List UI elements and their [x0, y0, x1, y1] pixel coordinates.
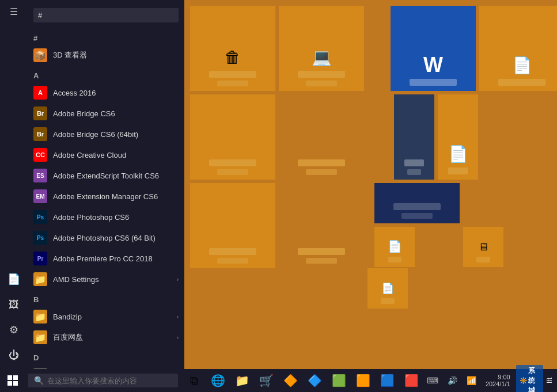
taskbar-explorer[interactable]: 📁: [231, 369, 254, 392]
app-name-access: Access 2016: [53, 89, 179, 97]
taskbar: 🔍 ⧉ 🌐 📁 🛒 🔶 🔷 🟩 🟧 🟦 🟥: [0, 369, 557, 392]
section-a: A: [28, 69, 184, 82]
tile-r3-folder2-bar: [388, 257, 401, 262]
tile-pc-icon: 💻: [312, 48, 332, 67]
app-icon-bandizip: 📁: [33, 310, 47, 324]
app-icon-amd: 📁: [33, 272, 47, 286]
app-item-bandizip[interactable]: 📁 Bandizip ›: [28, 306, 184, 327]
app-item-photoshop64[interactable]: Ps Adobe Photoshop CS6 (64 Bit): [28, 227, 184, 248]
chevron-baidu: ›: [177, 334, 179, 341]
tile-r3-dark-bar2: [401, 213, 433, 219]
taskbar-app2[interactable]: 🔷: [304, 369, 327, 392]
section-b: B: [28, 293, 184, 306]
taskbar-clock[interactable]: 9:00 2024/1/1: [482, 374, 514, 387]
tile-r3-dark[interactable]: [374, 183, 460, 223]
taskbar-app6[interactable]: 🟥: [400, 369, 423, 392]
tile-r2-4-icon: 📄: [448, 144, 468, 163]
taskbar-volume[interactable]: 🔊: [444, 374, 461, 387]
app-name-photoshop64: Adobe Photoshop CS6 (64 Bit): [53, 234, 179, 242]
taskbar-app4[interactable]: 🟧: [352, 369, 375, 392]
tile-r3-2-bar1: [298, 248, 345, 255]
tile-r2-1-bar2: [217, 169, 248, 175]
app-item-creative-cloud[interactable]: CC Adobe Creative Cloud: [28, 144, 184, 165]
tile-r4-folder[interactable]: 📄: [367, 268, 408, 309]
taskbar-start-button[interactable]: [0, 369, 26, 392]
watermark-icon: ❋: [520, 375, 527, 386]
tile-r3-1[interactable]: [190, 183, 275, 268]
tile-r2-3[interactable]: [394, 94, 434, 180]
tile-pc[interactable]: 💻: [279, 6, 364, 91]
taskbar-app5[interactable]: 🟦: [376, 369, 399, 392]
app-item-extension-manager[interactable]: EM Adobe Extension Manager CS6: [28, 186, 184, 207]
explorer-icon: 📁: [235, 374, 249, 387]
sidebar-icon-document[interactable]: 📄: [2, 268, 25, 291]
tile-r2-4[interactable]: 📄: [438, 94, 478, 180]
tile-folder1-bar1: [498, 79, 545, 86]
tile-r2-1-bar1: [209, 159, 256, 166]
tile-r3-group: 📄: [374, 183, 460, 267]
app-list: # 📦 3D 查看器 A A Access 2016 Br Adobe Brid…: [28, 0, 184, 369]
watermark-text: 系统城: [528, 366, 540, 393]
app-name-baidu: 百度网盘: [53, 332, 177, 342]
taskbar-store[interactable]: 🛒: [255, 369, 278, 392]
sidebar-icon-power[interactable]: ⏻: [2, 344, 25, 367]
tile-wps[interactable]: W: [391, 6, 476, 91]
app-item-amd[interactable]: 📁 AMD Settings ›: [28, 269, 184, 290]
app-item-baidu[interactable]: 📁 百度网盘 ›: [28, 327, 184, 348]
app-item-maps[interactable]: 🗺 地图: [28, 364, 184, 369]
section-hash: #: [28, 32, 184, 45]
tile-r3-2-bar2: [306, 258, 337, 264]
taskbar-time: 9:00: [486, 374, 510, 380]
tile-r3-1-bar2: [217, 258, 248, 264]
hamburger-button[interactable]: ☰: [0, 0, 28, 23]
tile-r3-folder2[interactable]: 📄: [374, 227, 415, 267]
app-item-bridge-cs6[interactable]: Br Adobe Bridge CS6: [28, 103, 184, 124]
sidebar-icon-photos[interactable]: 🖼: [2, 293, 25, 316]
tiles-area: 🗑 💻 W 📄: [184, 0, 557, 369]
tiles-row-1: 🗑 💻 W 📄: [190, 6, 551, 91]
app-icon-extension-manager: EM: [33, 189, 47, 203]
tile-r2-4-bar1: [448, 168, 468, 174]
app-icon-extendscript: ES: [33, 169, 47, 182]
sidebar: 👤 📄 🖼 ⚙ ⏻: [0, 0, 28, 369]
windows-logo-icon: [7, 375, 18, 386]
app-icon-photoshop64: Ps: [33, 231, 47, 245]
taskbar-right-area: ⌨ 🔊 📶 9:00 2024/1/1 ❋ 系统城 Ift: [423, 365, 557, 393]
app-icon-photoshop: Ps: [33, 210, 47, 224]
tile-recycle[interactable]: 🗑: [190, 6, 275, 91]
app-item-bridge-cs6-64[interactable]: Br Adobe Bridge CS6 (64bit): [28, 124, 184, 144]
app-icon-baidu: 📁: [33, 330, 47, 344]
app-item-photoshop[interactable]: Ps Adobe Photoshop CS6: [28, 207, 184, 227]
app-icon-bridge64: Br: [33, 127, 47, 141]
tile-r4-bar: [381, 298, 394, 304]
app-list-search-input[interactable]: [33, 8, 179, 22]
sidebar-icon-settings[interactable]: ⚙: [2, 318, 25, 341]
tile-folder1[interactable]: 📄: [479, 6, 557, 91]
taskbar-keyboard[interactable]: ⌨: [423, 374, 442, 387]
taskbar-network[interactable]: 📶: [463, 374, 480, 387]
hamburger-icon: ☰: [10, 6, 18, 17]
app6-icon: 🟥: [404, 374, 419, 387]
tile-wps-bar1: [410, 79, 457, 86]
taskbar-search-input[interactable]: [47, 376, 172, 385]
app-item-extendscript[interactable]: ES Adobe ExtendScript Toolkit CS6: [28, 165, 184, 186]
taskbar-task-view[interactable]: ⧉: [183, 369, 206, 392]
app-item-premiere[interactable]: Pr Adobe Premiere Pro CC 2018: [28, 248, 184, 269]
edge-icon: 🌐: [211, 374, 225, 387]
tile-r2-2[interactable]: [279, 94, 364, 180]
tiles-row-2: 📄: [190, 94, 551, 180]
section-d: D: [28, 351, 184, 364]
taskbar-app3[interactable]: 🟩: [328, 369, 351, 392]
tile-r2-3-bar1: [404, 159, 425, 166]
tile-r2-1[interactable]: [190, 94, 275, 180]
tile-r3-finder[interactable]: 🖥: [463, 227, 503, 267]
tile-r3-finder-icon: 🖥: [478, 241, 488, 253]
taskbar-edge[interactable]: 🌐: [207, 369, 230, 392]
power-icon: ⏻: [9, 349, 19, 361]
app-item-3d-viewer[interactable]: 📦 3D 查看器: [28, 45, 184, 66]
tile-r2-3-bar2: [407, 169, 420, 175]
taskbar-search-bar[interactable]: 🔍: [28, 374, 178, 387]
app-item-access[interactable]: A Access 2016: [28, 82, 184, 103]
tile-r3-2[interactable]: [279, 183, 364, 268]
taskbar-app1[interactable]: 🔶: [279, 369, 302, 392]
